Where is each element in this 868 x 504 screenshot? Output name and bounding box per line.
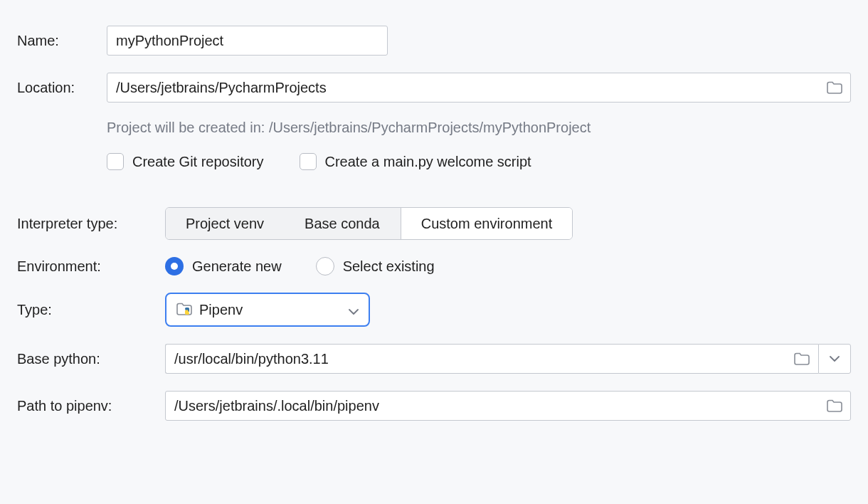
type-dropdown[interactable]: Pipenv: [165, 293, 370, 327]
location-value: /Users/jetbrains/PycharmProjects: [116, 80, 327, 96]
chevron-down-icon: [349, 302, 359, 318]
env-radio-select-existing[interactable]: Select existing: [316, 257, 435, 275]
radio-icon: [165, 257, 184, 275]
pipenv-path-label: Path to pipenv:: [17, 398, 165, 414]
creation-hint: Project will be created in: /Users/jetbr…: [107, 120, 851, 136]
type-value: Pipenv: [199, 302, 243, 318]
base-python-input[interactable]: /usr/local/bin/python3.11: [165, 344, 818, 374]
segment-project-venv[interactable]: Project venv: [166, 208, 285, 239]
radio-icon: [316, 257, 334, 275]
mainpy-checkbox[interactable]: Create a main.py welcome script: [300, 153, 531, 170]
base-python-label: Base python:: [17, 351, 165, 367]
type-label: Type:: [17, 302, 165, 318]
segment-custom-environment[interactable]: Custom environment: [401, 208, 573, 239]
interpreter-type-segmented: Project venvBase condaCustom environment: [165, 207, 573, 240]
checkbox-box-icon: [107, 153, 124, 170]
python-folder-icon: [176, 303, 192, 317]
radio-label: Select existing: [343, 258, 435, 275]
git-repo-label: Create Git repository: [132, 154, 264, 170]
checkbox-box-icon: [300, 153, 317, 170]
mainpy-label: Create a main.py welcome script: [325, 154, 531, 170]
pipenv-path-value: /Users/jetbrains/.local/bin/pipenv: [174, 398, 379, 414]
pipenv-path-input[interactable]: /Users/jetbrains/.local/bin/pipenv: [165, 391, 851, 421]
name-input[interactable]: myPythonProject: [107, 26, 388, 56]
env-radio-generate-new[interactable]: Generate new: [165, 257, 282, 275]
radio-label: Generate new: [192, 258, 282, 275]
base-python-value: /usr/local/bin/python3.11: [174, 351, 329, 367]
interpreter-type-label: Interpreter type:: [17, 216, 165, 232]
location-label: Location:: [17, 80, 107, 96]
location-input[interactable]: /Users/jetbrains/PycharmProjects: [107, 73, 851, 103]
name-value: myPythonProject: [116, 33, 223, 49]
environment-label: Environment:: [17, 258, 165, 275]
base-python-dropdown-button[interactable]: [818, 344, 851, 374]
segment-base-conda[interactable]: Base conda: [285, 208, 401, 239]
chevron-down-icon: [830, 356, 840, 362]
git-repo-checkbox[interactable]: Create Git repository: [107, 153, 264, 170]
name-label: Name:: [17, 33, 107, 49]
